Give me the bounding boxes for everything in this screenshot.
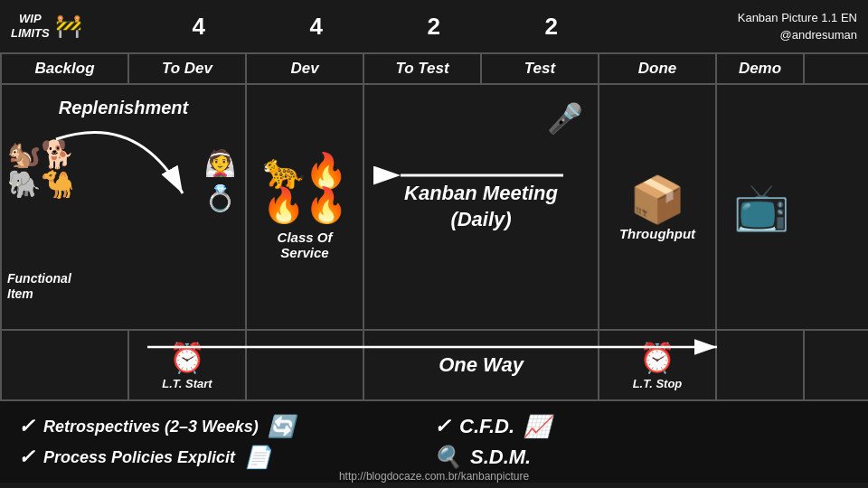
tv-icon: 📺 bbox=[733, 181, 789, 233]
policies-label: Process Policies Explicit bbox=[43, 448, 235, 467]
dev-emojis: 🐆🔥🔥🔥 bbox=[262, 154, 347, 222]
wip-num-4: 2 bbox=[493, 13, 610, 41]
col-header-backlog: Backlog bbox=[0, 54, 129, 83]
ring-icon: 💍 bbox=[204, 183, 236, 213]
board-wrapper: Replenishment 🐿️🐕🐘🐪 👰 💍 FunctionalItem 🐆… bbox=[0, 85, 868, 401]
brand-info: Kanban Picture 1.1 EN @andresuman bbox=[738, 9, 857, 44]
dev-column: 🐆🔥🔥🔥 Class ofService bbox=[247, 85, 364, 329]
footer-left: ✓ Retrospectives (2–3 Weeks) 🔄 ✓ Process… bbox=[18, 414, 434, 470]
footer-item-retrospectives: ✓ Retrospectives (2–3 Weeks) 🔄 bbox=[18, 414, 434, 439]
col-header-demo: Demo bbox=[717, 54, 805, 83]
board-main-row: Replenishment 🐿️🐕🐘🐪 👰 💍 FunctionalItem 🐆… bbox=[0, 85, 868, 329]
brand-title: Kanban Picture 1.1 EN bbox=[738, 9, 857, 27]
footer-item-cfd: ✓ C.F.D. 📈 bbox=[434, 414, 551, 439]
check-icon-1: ✓ bbox=[18, 415, 34, 438]
lt-start-label: L.T. Start bbox=[162, 377, 212, 390]
col-header-test: Test bbox=[482, 54, 599, 83]
throughput-label: Throughput bbox=[619, 226, 695, 241]
wip-num-1: 4 bbox=[140, 13, 258, 41]
bride-icon: 👰 bbox=[204, 148, 236, 178]
check-icon-2: ✓ bbox=[18, 446, 34, 469]
footer-item-policies: ✓ Process Policies Explicit 📄 bbox=[18, 445, 434, 470]
br-lt-stop: ⏰ L.T. Stop bbox=[599, 331, 717, 399]
one-way-label: One Way bbox=[439, 353, 524, 377]
cfd-label: C.F.D. bbox=[459, 415, 514, 438]
replenishment-area: Replenishment 🐿️🐕🐘🐪 👰 💍 FunctionalItem bbox=[0, 85, 247, 329]
document-icon: 📄 bbox=[244, 445, 271, 470]
functional-item-label: FunctionalItem bbox=[7, 271, 71, 302]
demo-column: 📺 bbox=[717, 85, 805, 329]
br-one-way: One Way bbox=[364, 331, 599, 399]
wip-num-3: 2 bbox=[375, 13, 493, 41]
wip-limits-section: WIP Limits 🚧 bbox=[11, 12, 82, 40]
lt-stop-label: L.T. Stop bbox=[633, 377, 683, 390]
kanban-meeting-label: Kanban Meeting(Daily) bbox=[404, 181, 558, 232]
kanban-meeting-area: 🎤 Kanban Meeting(Daily) bbox=[364, 85, 599, 329]
br-lt-start: ⏰ L.T. Start bbox=[129, 331, 247, 399]
sdm-label: S.D.M. bbox=[470, 446, 531, 469]
col-header-done: Done bbox=[599, 54, 717, 83]
br-backlog bbox=[0, 331, 129, 399]
top-bar: WIP Limits 🚧 4 4 2 2 Kanban Picture 1.1 … bbox=[0, 0, 868, 52]
search-icon: 🔍 bbox=[434, 445, 461, 470]
done-column: 📦 Throughput bbox=[599, 85, 717, 329]
wip-label: WIP Limits bbox=[11, 12, 50, 40]
animal-icons: 🐿️🐕🐘🐪 bbox=[7, 139, 74, 199]
box-icon: 📦 bbox=[629, 174, 685, 226]
footer-right: ✓ C.F.D. 📈 🔍 S.D.M. bbox=[434, 414, 850, 470]
footer-item-sdm: 🔍 S.D.M. bbox=[434, 445, 531, 470]
board-bottom-row: ⏰ L.T. Start One Way ⏰ L.T. Stop bbox=[0, 329, 868, 401]
refresh-icon: 🔄 bbox=[268, 414, 295, 439]
col-header-todev: To Dev bbox=[129, 54, 247, 83]
footer-url: http://blogdocaze.com.br/kanbanpicture bbox=[339, 470, 529, 483]
clock-stop-icon: ⏰ bbox=[639, 341, 675, 375]
mic-icon: 🎤 bbox=[547, 101, 583, 136]
wip-num-2: 4 bbox=[258, 13, 375, 41]
check-icon-cfd: ✓ bbox=[434, 415, 450, 438]
brand-handle: @andresuman bbox=[738, 26, 857, 44]
replenishment-label: Replenishment bbox=[59, 98, 188, 118]
br-dev bbox=[247, 331, 364, 399]
clock-start-icon: ⏰ bbox=[169, 341, 205, 375]
br-demo bbox=[717, 331, 805, 399]
column-headers: Backlog To Dev Dev To Test Test Done Dem… bbox=[0, 52, 868, 85]
barrier-icon: 🚧 bbox=[55, 14, 82, 39]
col-header-totest: To Test bbox=[364, 54, 482, 83]
class-of-service-label: Class ofService bbox=[278, 230, 333, 260]
sub-icons: 👰 💍 bbox=[204, 148, 236, 213]
cfd-chart-icon: 📈 bbox=[524, 414, 551, 439]
retrospectives-label: Retrospectives (2–3 Weeks) bbox=[43, 418, 259, 436]
col-header-dev: Dev bbox=[247, 54, 364, 83]
